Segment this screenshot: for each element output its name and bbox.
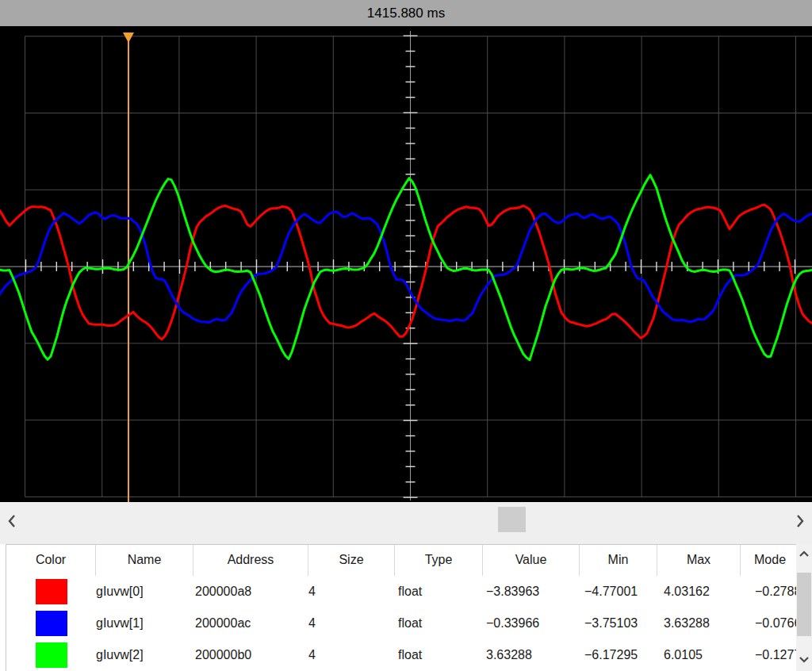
- scroll-down-icon[interactable]: [799, 654, 810, 665]
- axes-layer: [0, 31, 812, 500]
- variable-min: −3.75103: [580, 608, 657, 639]
- trace-color-swatch: [36, 579, 67, 604]
- variable-type: float: [395, 576, 483, 608]
- watch-table: Color Name Address Size Type Value Min M…: [6, 544, 797, 671]
- col-header-mode[interactable]: Mode: [741, 545, 797, 576]
- col-header-max[interactable]: Max: [657, 545, 741, 576]
- col-header-min[interactable]: Min: [580, 545, 657, 576]
- variable-name: gIuvw[2]: [96, 639, 193, 671]
- variable-address: 200000ac: [193, 608, 308, 639]
- variable-mode: −0.07664: [741, 608, 797, 639]
- variable-mode: −0.12774: [741, 639, 797, 671]
- scope-canvas[interactable]: [0, 26, 812, 502]
- variable-min: −4.77001: [580, 576, 657, 608]
- variable-address: 200000a8: [193, 576, 308, 608]
- color-cell: [6, 639, 96, 671]
- variable-size: 4: [308, 576, 395, 608]
- vertical-scrollbar-thumb[interactable]: [797, 573, 811, 636]
- variable-max: 4.03162: [657, 576, 741, 608]
- variable-name: gIuvw[0]: [96, 576, 193, 608]
- variable-size: 4: [308, 639, 395, 671]
- scroll-left-icon[interactable]: [6, 513, 17, 529]
- trace-color-swatch: [36, 611, 67, 636]
- variable-name: gIuvw[1]: [96, 608, 193, 639]
- vertical-scrollbar[interactable]: [796, 544, 812, 671]
- col-header-type[interactable]: Type: [395, 545, 483, 576]
- col-header-address[interactable]: Address: [193, 545, 308, 576]
- horizontal-scrollbar[interactable]: [0, 502, 812, 544]
- table-row[interactable]: gIuvw[2] 200000b0 4 float 3.63288 −6.172…: [6, 639, 797, 671]
- titlebar: 1415.880 ms: [0, 0, 812, 27]
- horizontal-scrollbar-thumb[interactable]: [498, 507, 526, 532]
- variable-min: −6.17295: [580, 639, 657, 671]
- table-row[interactable]: gIuvw[1] 200000ac 4 float −0.33966 −3.75…: [6, 608, 797, 639]
- variable-value: −3.83963: [483, 576, 580, 608]
- variable-address: 200000b0: [193, 639, 308, 671]
- time-readout: 1415.880 ms: [367, 6, 445, 21]
- variable-max: 6.0105: [657, 639, 741, 671]
- color-cell: [6, 608, 96, 639]
- variable-type: float: [395, 639, 483, 671]
- col-header-name[interactable]: Name: [96, 545, 193, 576]
- variable-size: 4: [308, 608, 395, 639]
- color-cell: [6, 576, 96, 608]
- table-header-row: Color Name Address Size Type Value Min M…: [6, 545, 797, 576]
- waveform-gIuvw[0]: [0, 205, 812, 339]
- trace-color-swatch: [36, 642, 67, 668]
- variable-mode: −0.27884: [741, 576, 797, 608]
- table-row[interactable]: gIuvw[0] 200000a8 4 float −3.83963 −4.77…: [6, 576, 797, 608]
- variable-value: −0.33966: [483, 608, 580, 639]
- col-header-color[interactable]: Color: [6, 545, 96, 576]
- variable-value: 3.63288: [483, 639, 580, 671]
- variable-max: 3.63288: [657, 608, 741, 639]
- col-header-value[interactable]: Value: [483, 545, 580, 576]
- col-header-size[interactable]: Size: [308, 545, 395, 576]
- scroll-right-icon[interactable]: [795, 513, 806, 529]
- variable-type: float: [395, 608, 483, 639]
- scroll-up-icon[interactable]: [799, 549, 810, 560]
- cursor-handle-icon[interactable]: [123, 33, 134, 43]
